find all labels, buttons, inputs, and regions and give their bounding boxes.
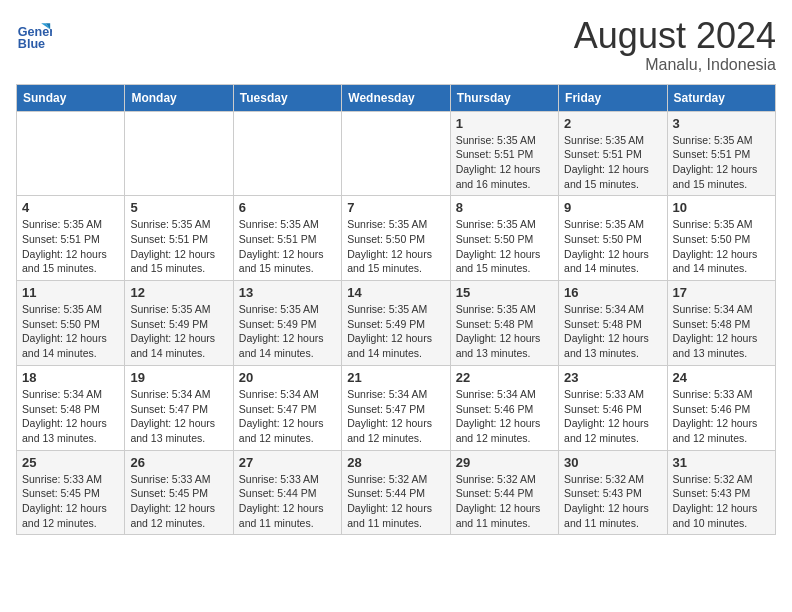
day-info: Sunrise: 5:34 AM Sunset: 5:46 PM Dayligh…	[456, 387, 553, 446]
calendar-cell: 12Sunrise: 5:35 AM Sunset: 5:49 PM Dayli…	[125, 281, 233, 366]
calendar-week-row: 1Sunrise: 5:35 AM Sunset: 5:51 PM Daylig…	[17, 111, 776, 196]
calendar-cell: 10Sunrise: 5:35 AM Sunset: 5:50 PM Dayli…	[667, 196, 775, 281]
day-info: Sunrise: 5:35 AM Sunset: 5:49 PM Dayligh…	[347, 302, 444, 361]
logo: General Blue	[16, 16, 52, 52]
day-number: 15	[456, 285, 553, 300]
calendar-body: 1Sunrise: 5:35 AM Sunset: 5:51 PM Daylig…	[17, 111, 776, 535]
calendar-cell: 7Sunrise: 5:35 AM Sunset: 5:50 PM Daylig…	[342, 196, 450, 281]
calendar-cell: 14Sunrise: 5:35 AM Sunset: 5:49 PM Dayli…	[342, 281, 450, 366]
calendar-cell: 16Sunrise: 5:34 AM Sunset: 5:48 PM Dayli…	[559, 281, 667, 366]
weekday-header-cell: Tuesday	[233, 84, 341, 111]
day-number: 13	[239, 285, 336, 300]
calendar-cell: 26Sunrise: 5:33 AM Sunset: 5:45 PM Dayli…	[125, 450, 233, 535]
day-number: 9	[564, 200, 661, 215]
calendar-cell: 2Sunrise: 5:35 AM Sunset: 5:51 PM Daylig…	[559, 111, 667, 196]
calendar-table: SundayMondayTuesdayWednesdayThursdayFrid…	[16, 84, 776, 536]
day-number: 16	[564, 285, 661, 300]
day-info: Sunrise: 5:34 AM Sunset: 5:48 PM Dayligh…	[22, 387, 119, 446]
calendar-cell	[342, 111, 450, 196]
calendar-cell: 3Sunrise: 5:35 AM Sunset: 5:51 PM Daylig…	[667, 111, 775, 196]
calendar-cell: 23Sunrise: 5:33 AM Sunset: 5:46 PM Dayli…	[559, 365, 667, 450]
day-number: 18	[22, 370, 119, 385]
day-number: 25	[22, 455, 119, 470]
day-info: Sunrise: 5:35 AM Sunset: 5:50 PM Dayligh…	[456, 217, 553, 276]
day-info: Sunrise: 5:33 AM Sunset: 5:45 PM Dayligh…	[22, 472, 119, 531]
day-info: Sunrise: 5:32 AM Sunset: 5:43 PM Dayligh…	[564, 472, 661, 531]
calendar-cell: 25Sunrise: 5:33 AM Sunset: 5:45 PM Dayli…	[17, 450, 125, 535]
day-info: Sunrise: 5:35 AM Sunset: 5:50 PM Dayligh…	[22, 302, 119, 361]
day-info: Sunrise: 5:35 AM Sunset: 5:51 PM Dayligh…	[673, 133, 770, 192]
day-number: 28	[347, 455, 444, 470]
day-number: 26	[130, 455, 227, 470]
calendar-cell: 9Sunrise: 5:35 AM Sunset: 5:50 PM Daylig…	[559, 196, 667, 281]
day-info: Sunrise: 5:32 AM Sunset: 5:43 PM Dayligh…	[673, 472, 770, 531]
page-header: General Blue August 2024 Manalu, Indones…	[16, 16, 776, 74]
calendar-cell: 20Sunrise: 5:34 AM Sunset: 5:47 PM Dayli…	[233, 365, 341, 450]
day-info: Sunrise: 5:35 AM Sunset: 5:51 PM Dayligh…	[239, 217, 336, 276]
day-number: 4	[22, 200, 119, 215]
day-info: Sunrise: 5:33 AM Sunset: 5:46 PM Dayligh…	[564, 387, 661, 446]
calendar-cell: 15Sunrise: 5:35 AM Sunset: 5:48 PM Dayli…	[450, 281, 558, 366]
day-number: 19	[130, 370, 227, 385]
svg-text:Blue: Blue	[18, 37, 45, 51]
calendar-cell: 4Sunrise: 5:35 AM Sunset: 5:51 PM Daylig…	[17, 196, 125, 281]
calendar-cell: 22Sunrise: 5:34 AM Sunset: 5:46 PM Dayli…	[450, 365, 558, 450]
calendar-cell: 24Sunrise: 5:33 AM Sunset: 5:46 PM Dayli…	[667, 365, 775, 450]
day-number: 11	[22, 285, 119, 300]
calendar-cell: 30Sunrise: 5:32 AM Sunset: 5:43 PM Dayli…	[559, 450, 667, 535]
calendar-week-row: 18Sunrise: 5:34 AM Sunset: 5:48 PM Dayli…	[17, 365, 776, 450]
day-number: 5	[130, 200, 227, 215]
day-info: Sunrise: 5:35 AM Sunset: 5:51 PM Dayligh…	[130, 217, 227, 276]
logo-icon: General Blue	[16, 16, 52, 52]
calendar-cell: 19Sunrise: 5:34 AM Sunset: 5:47 PM Dayli…	[125, 365, 233, 450]
calendar-cell: 31Sunrise: 5:32 AM Sunset: 5:43 PM Dayli…	[667, 450, 775, 535]
day-info: Sunrise: 5:33 AM Sunset: 5:46 PM Dayligh…	[673, 387, 770, 446]
calendar-cell	[233, 111, 341, 196]
calendar-cell: 17Sunrise: 5:34 AM Sunset: 5:48 PM Dayli…	[667, 281, 775, 366]
day-number: 14	[347, 285, 444, 300]
day-number: 8	[456, 200, 553, 215]
day-info: Sunrise: 5:35 AM Sunset: 5:50 PM Dayligh…	[347, 217, 444, 276]
calendar-cell: 1Sunrise: 5:35 AM Sunset: 5:51 PM Daylig…	[450, 111, 558, 196]
month-year: August 2024	[574, 16, 776, 56]
calendar-cell: 5Sunrise: 5:35 AM Sunset: 5:51 PM Daylig…	[125, 196, 233, 281]
day-number: 27	[239, 455, 336, 470]
day-info: Sunrise: 5:34 AM Sunset: 5:48 PM Dayligh…	[673, 302, 770, 361]
day-number: 31	[673, 455, 770, 470]
day-info: Sunrise: 5:35 AM Sunset: 5:51 PM Dayligh…	[456, 133, 553, 192]
day-info: Sunrise: 5:32 AM Sunset: 5:44 PM Dayligh…	[456, 472, 553, 531]
calendar-cell: 27Sunrise: 5:33 AM Sunset: 5:44 PM Dayli…	[233, 450, 341, 535]
weekday-header-row: SundayMondayTuesdayWednesdayThursdayFrid…	[17, 84, 776, 111]
day-info: Sunrise: 5:35 AM Sunset: 5:50 PM Dayligh…	[564, 217, 661, 276]
calendar-cell: 28Sunrise: 5:32 AM Sunset: 5:44 PM Dayli…	[342, 450, 450, 535]
day-number: 30	[564, 455, 661, 470]
calendar-week-row: 25Sunrise: 5:33 AM Sunset: 5:45 PM Dayli…	[17, 450, 776, 535]
weekday-header-cell: Thursday	[450, 84, 558, 111]
calendar-cell: 21Sunrise: 5:34 AM Sunset: 5:47 PM Dayli…	[342, 365, 450, 450]
day-number: 24	[673, 370, 770, 385]
day-number: 23	[564, 370, 661, 385]
day-info: Sunrise: 5:32 AM Sunset: 5:44 PM Dayligh…	[347, 472, 444, 531]
day-number: 3	[673, 116, 770, 131]
day-number: 17	[673, 285, 770, 300]
day-info: Sunrise: 5:35 AM Sunset: 5:49 PM Dayligh…	[130, 302, 227, 361]
day-info: Sunrise: 5:35 AM Sunset: 5:51 PM Dayligh…	[22, 217, 119, 276]
calendar-cell: 13Sunrise: 5:35 AM Sunset: 5:49 PM Dayli…	[233, 281, 341, 366]
day-number: 7	[347, 200, 444, 215]
day-info: Sunrise: 5:33 AM Sunset: 5:44 PM Dayligh…	[239, 472, 336, 531]
calendar-cell: 29Sunrise: 5:32 AM Sunset: 5:44 PM Dayli…	[450, 450, 558, 535]
day-info: Sunrise: 5:34 AM Sunset: 5:47 PM Dayligh…	[130, 387, 227, 446]
day-number: 20	[239, 370, 336, 385]
weekday-header-cell: Sunday	[17, 84, 125, 111]
calendar-cell	[17, 111, 125, 196]
day-info: Sunrise: 5:34 AM Sunset: 5:48 PM Dayligh…	[564, 302, 661, 361]
calendar-week-row: 11Sunrise: 5:35 AM Sunset: 5:50 PM Dayli…	[17, 281, 776, 366]
calendar-week-row: 4Sunrise: 5:35 AM Sunset: 5:51 PM Daylig…	[17, 196, 776, 281]
weekday-header-cell: Wednesday	[342, 84, 450, 111]
title-block: August 2024 Manalu, Indonesia	[574, 16, 776, 74]
day-number: 6	[239, 200, 336, 215]
day-info: Sunrise: 5:35 AM Sunset: 5:48 PM Dayligh…	[456, 302, 553, 361]
weekday-header-cell: Saturday	[667, 84, 775, 111]
day-number: 21	[347, 370, 444, 385]
location: Manalu, Indonesia	[574, 56, 776, 74]
